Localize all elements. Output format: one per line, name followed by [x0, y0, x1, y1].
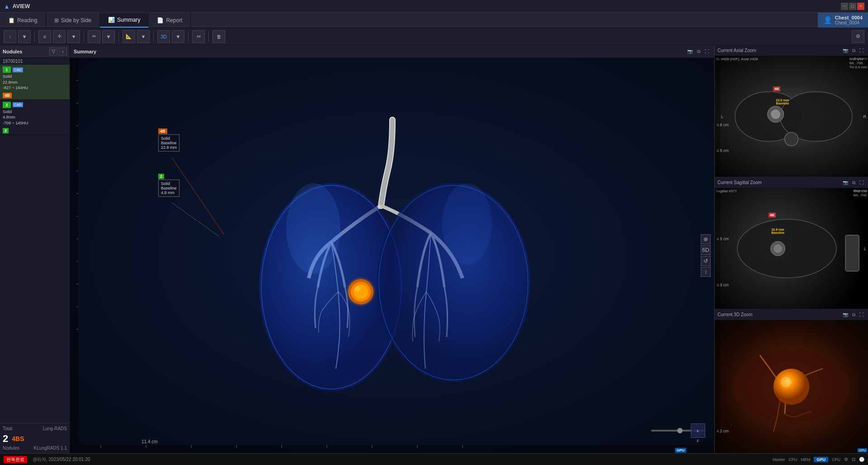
- 3d-gpu-label: GPU: [858, 448, 867, 452]
- 3d-zoom-title: Current 3D Zoom: [717, 312, 752, 317]
- 3d-gpu-badge: GPU: [858, 447, 867, 452]
- svg-point-40: [774, 245, 782, 253]
- settings-icon[interactable]: ⚙: [844, 457, 848, 462]
- zoom-fit-button[interactable]: ↕: [701, 267, 711, 277]
- 3d-zoom-header: Current 3D Zoom 📷 ⧉ ⛶: [715, 309, 868, 320]
- axial-content: SL #428 (H2F), Axial #428 WW 150 WL -700…: [715, 56, 868, 177]
- crosshair-button[interactable]: ✛: [53, 30, 66, 43]
- tab-summary[interactable]: 📊 Summary: [100, 13, 149, 28]
- axial-l-label: L: [721, 114, 723, 119]
- camera-icon[interactable]: 📷: [686, 48, 693, 55]
- patient-avatar-icon: 👤: [823, 16, 832, 24]
- 3d-window-icon[interactable]: ⧉: [850, 311, 857, 318]
- 3d-camera-icon[interactable]: 📷: [842, 311, 849, 318]
- zoom-reset-button[interactable]: ↺: [701, 256, 711, 266]
- svg-rect-41: [845, 235, 859, 271]
- tab-reading[interactable]: 📋 Reading: [0, 13, 46, 28]
- sagittal-fullscreen-icon[interactable]: ⛶: [858, 179, 865, 186]
- gpu-button[interactable]: GPU: [814, 457, 828, 462]
- pen-dropdown-button[interactable]: ▼: [102, 30, 115, 43]
- nodule-2-details: Solid 4.8mm -709 ~ 145HU: [3, 109, 67, 126]
- orientation-cube[interactable]: L: [691, 423, 705, 438]
- axial-controls: 📷 ⧉ ⛶: [842, 47, 865, 54]
- nodule-1-cad-badge: CAD: [13, 67, 23, 72]
- scroll-dropdown-button[interactable]: ▼: [18, 30, 31, 43]
- axial-fullscreen-icon[interactable]: ⛶: [858, 47, 865, 54]
- viewport-3d[interactable]: 4B Solid Baseline 22.8 mm 2 Sol: [70, 58, 714, 453]
- svg-point-8: [354, 285, 368, 299]
- tab-report[interactable]: 📄 Report: [149, 13, 191, 28]
- patient-name: Chest_0004: [835, 20, 863, 25]
- toolbar-sep-2: [84, 31, 84, 42]
- titlebar-left: ▲ AVIEW: [4, 3, 30, 10]
- ct-3d-dropdown-button[interactable]: ▼: [172, 30, 184, 43]
- nodules-sort-button[interactable]: ↑: [59, 47, 67, 56]
- sagittal-scan: Sagittal #377 WW 150 WL -700 4B 22.8 mm …: [715, 188, 868, 309]
- sagittal-camera-icon[interactable]: 📷: [842, 179, 849, 186]
- axial-sl-label: SL #428 (H2F), Axial #428: [716, 57, 758, 61]
- close-button[interactable]: ×: [857, 3, 864, 10]
- titlebar-controls[interactable]: − □ ×: [841, 3, 864, 10]
- status-badge: 판독완료: [4, 456, 27, 463]
- orientation-labels: L F: [691, 423, 705, 443]
- tab-report-label: Report: [166, 17, 182, 24]
- settings-button[interactable]: ⚙: [852, 30, 864, 43]
- measure-dropdown-button[interactable]: ▼: [137, 30, 150, 43]
- sagittal-nodule-measure: 22.8 mm Baseline: [771, 228, 784, 234]
- sagittal-window-icon[interactable]: ⧉: [850, 179, 857, 186]
- sagittal-content: Sagittal #377 WW 150 WL -700 4B 22.8 mm …: [715, 188, 868, 309]
- nodule-1-details: Solid 22.8mm -827 ~ 164HU: [3, 74, 67, 91]
- brightness-handle[interactable]: [677, 428, 683, 433]
- sagittal-raysums: Raysums: [854, 189, 867, 192]
- right-panels: Current Axial Zoom 📷 ⧉ ⛶: [714, 45, 868, 453]
- nodule-4b-badge: 4B: [158, 128, 167, 134]
- ct-3d-button[interactable]: 3D: [157, 30, 170, 43]
- nodule-1-badge: 1: [3, 66, 11, 73]
- nodule-item-1[interactable]: 1 CAD Solid 22.8mm -827 ~ 164HU 4B: [0, 65, 70, 100]
- 3d-fullscreen-icon[interactable]: ⛶: [858, 311, 865, 318]
- nodule-4b-size: 22.8 mm: [161, 145, 177, 150]
- delete-button[interactable]: 🗑: [212, 30, 225, 43]
- k-lung-label: KLungRADS 1.1: [34, 446, 67, 451]
- nodules-filter-button[interactable]: ▽: [49, 47, 57, 56]
- nodule-item-2[interactable]: 2 CAD Solid 4.8mm -709 ~ 145HU 2: [0, 100, 70, 135]
- align-button[interactable]: ⇔: [192, 30, 205, 43]
- scroll-up-button[interactable]: ↑: [4, 30, 16, 43]
- nodule-2-rads-badge: 2: [3, 128, 9, 133]
- svg-point-44: [781, 377, 792, 388]
- tab-sidebyside-label: Side by Side: [61, 17, 91, 24]
- ruler-vertical: [70, 58, 78, 453]
- patient-id: Chest_0004: [835, 15, 863, 20]
- axial-camera-icon[interactable]: 📷: [842, 47, 849, 54]
- ruler-v-svg: [70, 58, 78, 453]
- gpu-indicator-3d: GPU: [675, 447, 686, 452]
- status-left: 판독완료 관리자, 2023/05/22 20:01:20: [4, 456, 90, 463]
- zoom-controls: ⊕ 6D ↺ ↕: [701, 234, 711, 277]
- maximize-button[interactable]: □: [849, 3, 856, 10]
- gpu-3d-button[interactable]: GPU: [675, 448, 686, 453]
- toolbar-sep-6: [208, 31, 209, 42]
- summary-sublabels: Nodules KLungRADS 1.1: [3, 446, 67, 451]
- annotation-2: 2 Solid Baseline 4.8 mm: [158, 173, 179, 197]
- master-label: Master: [773, 457, 785, 462]
- crosshair-dropdown-button[interactable]: ▼: [67, 30, 80, 43]
- left-panel: Nodules ▽ ↑ 19700101 1 CAD Solid 22.8mm …: [0, 45, 70, 453]
- pen-button[interactable]: ✏: [88, 30, 100, 43]
- layout-button[interactable]: ≡: [38, 30, 51, 43]
- sidebyside-icon: ⊞: [54, 17, 59, 24]
- user-info: 관리자, 2023/05/22 20:01:20: [33, 456, 90, 463]
- zoom-out-button[interactable]: 6D: [701, 245, 711, 255]
- zoom-in-button[interactable]: ⊕: [701, 234, 711, 244]
- axial-window-icon[interactable]: ⧉: [850, 47, 857, 54]
- nodule-2-badge: 2: [3, 102, 11, 108]
- fullscreen-icon[interactable]: ⛶: [703, 48, 711, 55]
- tab-sidebyside[interactable]: ⊞ Side by Side: [46, 13, 100, 28]
- measure-button[interactable]: 📐: [123, 30, 135, 43]
- toolbar-right: ⚙: [852, 30, 864, 43]
- axial-nodule-measure: 22.8 mm Baseline: [776, 99, 789, 105]
- view-controls: 📷 ⧉ ⛶: [686, 48, 711, 55]
- minimize-button[interactable]: −: [841, 3, 848, 10]
- sagittal-svg: [715, 188, 868, 309]
- lung-svg: [223, 115, 562, 396]
- window-icon[interactable]: ⧉: [695, 48, 702, 55]
